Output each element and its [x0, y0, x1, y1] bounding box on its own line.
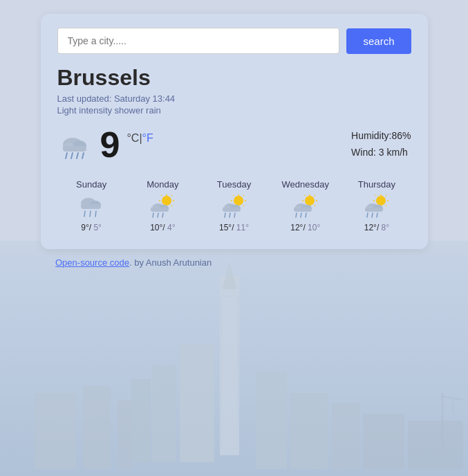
last-updated: Last updated: Saturday 13:44 — [57, 93, 411, 104]
svg-line-94 — [372, 213, 373, 217]
footer: Open-source code. by Anush Arutunian — [14, 257, 454, 268]
temp-value: 9 — [100, 127, 120, 163]
svg-line-54 — [243, 195, 244, 196]
svg-line-30 — [90, 211, 91, 217]
current-weather: 9 °C|°F Humidity:86% Wind: 3 km/h — [57, 127, 411, 163]
svg-line-78 — [301, 213, 301, 217]
svg-line-79 — [306, 213, 306, 217]
current-weather-icon — [57, 129, 93, 160]
forecast-temps: 12°/ 10° — [290, 223, 320, 232]
forecast-high: 10° — [150, 223, 162, 232]
svg-line-31 — [95, 211, 96, 217]
svg-rect-10 — [256, 372, 287, 469]
humidity-label: Humidity: — [351, 130, 391, 141]
buildings-svg — [0, 255, 468, 476]
wind-value: 3 km/h — [379, 147, 408, 158]
svg-rect-21 — [63, 146, 86, 152]
svg-line-70 — [315, 195, 315, 196]
svg-line-23 — [71, 153, 73, 158]
wind-line: Wind: 3 km/h — [351, 145, 411, 161]
svg-line-46 — [158, 213, 158, 217]
svg-rect-1 — [220, 275, 239, 455]
svg-line-88 — [386, 205, 386, 206]
forecast-low: 10° — [308, 223, 320, 232]
humidity-wind: Humidity:86% Wind: 3 km/h — [351, 128, 411, 161]
humidity-value: 86% — [391, 130, 411, 141]
forecast-day: Monday10°/ 4° — [129, 179, 197, 232]
svg-line-29 — [84, 211, 85, 217]
svg-line-38 — [171, 195, 172, 196]
page-wrapper: search Brussels Last updated: Saturday 1… — [0, 0, 468, 282]
svg-rect-4 — [180, 345, 214, 462]
search-button[interactable]: search — [346, 28, 411, 54]
forecast-high: 9° — [81, 223, 88, 232]
svg-line-69 — [304, 195, 305, 196]
svg-rect-12 — [332, 403, 359, 469]
svg-line-77 — [296, 213, 297, 217]
svg-line-93 — [367, 213, 368, 217]
forecast-day-name: Sunday — [76, 179, 106, 190]
forecast-temps: 10°/ 4° — [150, 223, 175, 232]
svg-rect-14 — [408, 421, 463, 469]
svg-point-64 — [305, 196, 315, 205]
svg-line-61 — [225, 213, 225, 217]
svg-line-63 — [234, 213, 235, 217]
svg-rect-92 — [365, 208, 383, 212]
temp-section: 9 °C|°F — [57, 127, 153, 163]
search-row: search — [57, 28, 411, 54]
city-input[interactable] — [57, 28, 340, 54]
svg-rect-76 — [294, 208, 312, 212]
forecast-day: Thursday12°/ 8° — [342, 179, 411, 232]
forecast-temps: 12°/ 8° — [364, 223, 389, 232]
svg-rect-60 — [223, 208, 241, 212]
forecast-low: 8° — [382, 223, 389, 232]
svg-line-62 — [230, 213, 230, 217]
temp-units: °C|°F — [127, 132, 153, 145]
svg-line-24 — [77, 153, 78, 158]
forecast-temps: 15°/ 11° — [219, 223, 249, 232]
svg-line-40 — [171, 205, 172, 206]
svg-rect-11 — [290, 393, 328, 469]
svg-line-72 — [315, 205, 315, 206]
forecast-low: 11° — [236, 223, 249, 232]
forecast-low: 4° — [167, 223, 175, 232]
forecast-weather-icon — [147, 194, 178, 219]
footer-suffix: . by Anush Arutunian — [129, 257, 212, 268]
svg-line-95 — [377, 213, 377, 217]
forecast-weather-icon — [76, 194, 106, 219]
svg-line-85 — [375, 195, 376, 196]
svg-line-53 — [233, 195, 234, 196]
svg-rect-7 — [35, 393, 76, 469]
svg-rect-44 — [151, 208, 169, 212]
forecast-day: Tuesday15°/ 11° — [200, 179, 268, 232]
forecast-day: Sunday9°/ 5° — [57, 179, 126, 232]
humidity-line: Humidity:86% — [351, 128, 411, 145]
last-updated-value: Saturday 13:44 — [114, 93, 175, 104]
city-name: Brussels — [57, 65, 411, 91]
svg-point-32 — [162, 196, 171, 205]
last-updated-label: Last updated: — [57, 93, 112, 104]
forecast-low: 5° — [93, 223, 101, 232]
svg-line-25 — [82, 153, 84, 158]
svg-line-45 — [153, 213, 153, 217]
svg-line-47 — [162, 213, 163, 217]
forecast-temps: 9°/ 5° — [81, 223, 102, 232]
forecast-day-name: Monday — [147, 179, 178, 190]
forecast-high: 12° — [364, 223, 377, 232]
svg-rect-5 — [152, 365, 176, 462]
unit-fahrenheit-link[interactable]: °F — [142, 132, 153, 144]
svg-line-86 — [386, 195, 386, 196]
forecast-high: 15° — [219, 223, 232, 232]
wind-label: Wind: — [351, 147, 376, 158]
svg-rect-13 — [363, 414, 404, 469]
open-source-link[interactable]: Open-source code — [55, 257, 129, 268]
weather-description: Light intensity shower rain — [57, 105, 411, 116]
forecast-high: 12° — [290, 223, 303, 232]
svg-rect-8 — [83, 386, 111, 469]
svg-point-48 — [234, 196, 243, 205]
svg-line-56 — [243, 205, 244, 206]
unit-celsius: °C — [127, 132, 139, 144]
svg-rect-6 — [131, 379, 151, 462]
forecast-day: Wednesday12°/ 10° — [271, 179, 339, 232]
forecast-day-name: Wednesday — [282, 179, 329, 190]
